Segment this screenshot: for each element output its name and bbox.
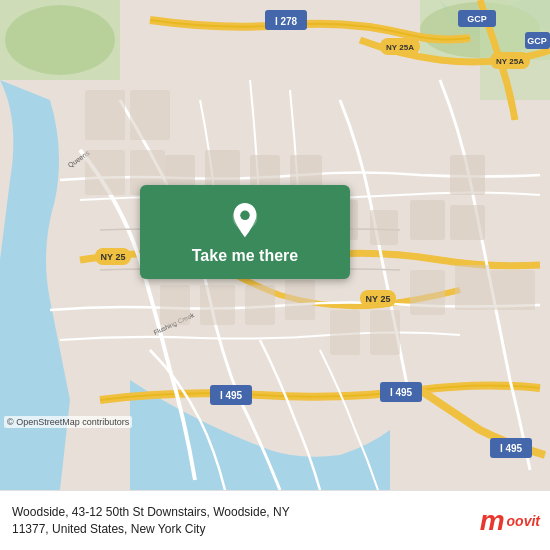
svg-rect-47	[410, 270, 445, 315]
take-me-there-button[interactable]: Take me there	[140, 185, 350, 279]
footer-bar: Woodside, 43-12 50th St Downstairs, Wood…	[0, 490, 550, 550]
footer-address: Woodside, 43-12 50th St Downstairs, Wood…	[12, 504, 472, 538]
svg-rect-43	[160, 285, 190, 325]
svg-text:NY 25: NY 25	[366, 294, 391, 304]
moovit-logo: m oovit	[480, 507, 540, 535]
svg-rect-52	[85, 90, 125, 140]
osm-attribution: © OpenStreetMap contributors	[4, 416, 132, 428]
take-me-there-label: Take me there	[160, 247, 330, 265]
footer-address-block: Woodside, 43-12 50th St Downstairs, Wood…	[12, 504, 472, 538]
svg-text:I 495: I 495	[500, 443, 523, 454]
svg-rect-42	[450, 205, 485, 240]
svg-rect-50	[330, 310, 360, 355]
svg-rect-54	[85, 150, 125, 195]
svg-text:I 495: I 495	[220, 390, 243, 401]
svg-rect-53	[130, 90, 170, 140]
svg-text:NY 25: NY 25	[101, 252, 126, 262]
svg-rect-44	[200, 285, 235, 325]
svg-text:NY 25A: NY 25A	[496, 57, 524, 66]
svg-rect-40	[410, 200, 445, 240]
moovit-text: oovit	[507, 513, 540, 529]
svg-rect-48	[455, 265, 490, 310]
svg-rect-39	[370, 210, 398, 245]
svg-text:I 495: I 495	[390, 387, 413, 398]
svg-text:NY 25A: NY 25A	[386, 43, 414, 52]
svg-point-2	[5, 5, 115, 75]
svg-text:GCP: GCP	[527, 36, 547, 46]
svg-rect-41	[450, 155, 485, 195]
location-pin-icon	[229, 203, 261, 241]
map-container: I 278 NY 25 NY 25 NY 25 NY 25A NY 25A I …	[0, 0, 550, 490]
svg-rect-51	[370, 310, 400, 355]
svg-rect-45	[245, 285, 275, 325]
svg-text:GCP: GCP	[467, 14, 487, 24]
svg-rect-49	[490, 270, 535, 310]
moovit-m-letter: m	[480, 507, 505, 535]
svg-text:I 278: I 278	[275, 16, 298, 27]
svg-rect-46	[285, 280, 315, 320]
svg-point-58	[240, 211, 250, 221]
